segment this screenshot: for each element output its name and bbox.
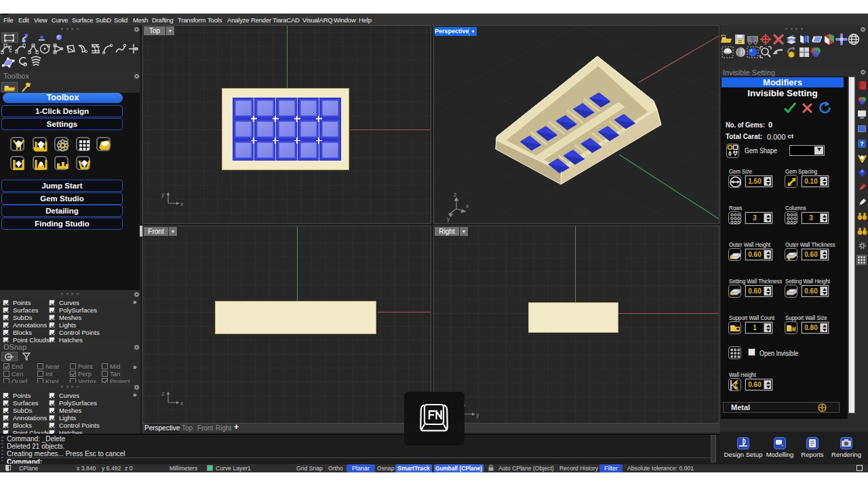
- svg-text:y: y: [161, 191, 165, 198]
- svg-text:y: y: [476, 411, 479, 418]
- svg-text:y: y: [447, 216, 450, 222]
- svg-text:x: x: [466, 203, 469, 209]
- svg-text:x: x: [180, 201, 183, 207]
- svg-text:x: x: [180, 400, 183, 407]
- svg-text:z: z: [454, 191, 457, 198]
- svg-text:z: z: [161, 390, 165, 397]
